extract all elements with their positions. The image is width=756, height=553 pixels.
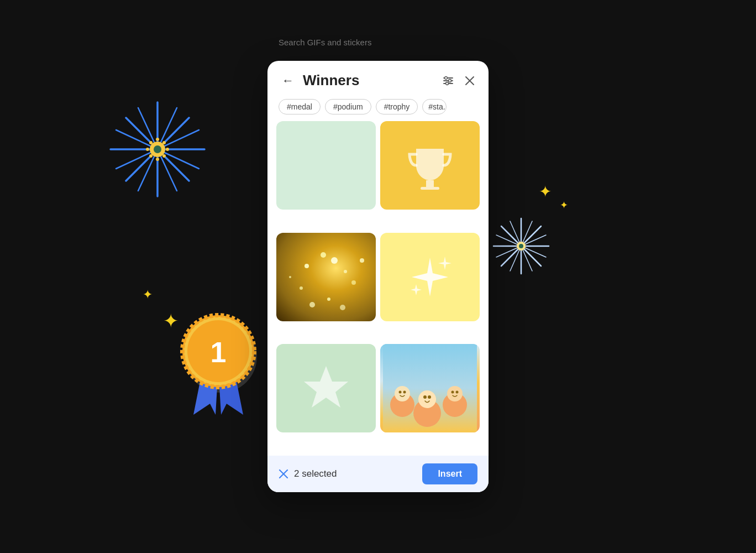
svg-line-4 xyxy=(126,118,158,149)
svg-line-6 xyxy=(158,118,189,149)
svg-line-7 xyxy=(126,149,158,181)
close-button[interactable] xyxy=(462,73,477,88)
svg-point-56 xyxy=(449,79,452,82)
image-grid xyxy=(267,121,489,456)
svg-point-84 xyxy=(428,395,431,399)
svg-marker-45 xyxy=(193,359,218,415)
svg-rect-61 xyxy=(421,187,439,190)
blue-starburst xyxy=(108,100,207,199)
svg-line-12 xyxy=(138,108,158,149)
svg-marker-73 xyxy=(304,366,348,408)
tag-more[interactable]: #sta... xyxy=(422,99,447,114)
search-label: Search GIFs and stickers xyxy=(279,38,371,47)
svg-point-43 xyxy=(519,244,523,248)
x-icon xyxy=(279,469,288,479)
glitter-background xyxy=(276,233,376,321)
grid-item-4[interactable] xyxy=(380,233,480,321)
svg-point-70 xyxy=(360,258,364,263)
tag-podium[interactable]: #podium xyxy=(325,99,371,114)
svg-point-69 xyxy=(327,298,330,301)
svg-point-20 xyxy=(146,148,149,151)
grid-item-5[interactable] xyxy=(276,344,376,432)
svg-point-16 xyxy=(150,142,165,157)
people-svg xyxy=(380,344,480,432)
svg-point-25 xyxy=(149,154,153,158)
svg-line-14 xyxy=(158,108,177,149)
star-svg xyxy=(298,361,354,416)
tag-trophy[interactable]: #trophy xyxy=(376,99,418,114)
back-button[interactable]: ← xyxy=(279,72,297,89)
team-photo-background xyxy=(380,344,480,432)
svg-point-48 xyxy=(184,317,253,385)
bottom-bar: 2 selected Insert xyxy=(267,456,489,492)
grid-item-3[interactable] xyxy=(276,233,376,321)
svg-point-44 xyxy=(185,321,257,393)
tag-medal[interactable]: #medal xyxy=(279,99,321,114)
close-icon xyxy=(464,75,475,86)
filter-icon xyxy=(442,75,454,87)
svg-point-72 xyxy=(340,305,345,310)
svg-line-32 xyxy=(521,226,541,246)
svg-point-86 xyxy=(456,391,459,394)
svg-point-66 xyxy=(331,257,338,264)
svg-point-22 xyxy=(149,141,153,144)
header-title: Winners xyxy=(303,72,434,89)
insert-button[interactable]: Insert xyxy=(422,463,477,484)
selected-count: 2 selected xyxy=(294,468,337,479)
sparkle-icon-4: ✦ xyxy=(560,199,568,211)
svg-point-65 xyxy=(300,286,303,290)
svg-line-30 xyxy=(501,226,521,246)
svg-line-34 xyxy=(496,235,521,246)
svg-marker-46 xyxy=(218,359,243,415)
svg-line-11 xyxy=(116,149,158,169)
svg-point-55 xyxy=(445,76,448,79)
svg-line-8 xyxy=(116,130,158,149)
svg-point-47 xyxy=(182,315,254,387)
svg-point-19 xyxy=(156,158,159,161)
svg-line-40 xyxy=(521,221,532,246)
svg-line-35 xyxy=(521,246,546,257)
svg-point-18 xyxy=(156,138,159,141)
svg-point-64 xyxy=(344,270,347,273)
svg-point-85 xyxy=(452,391,454,394)
svg-point-63 xyxy=(321,252,326,258)
svg-point-80 xyxy=(447,386,463,401)
modal-header: ← Winners xyxy=(267,61,489,95)
svg-point-68 xyxy=(309,302,315,307)
svg-line-10 xyxy=(158,130,199,149)
svg-point-17 xyxy=(154,145,161,153)
svg-line-33 xyxy=(501,246,521,266)
svg-point-82 xyxy=(403,391,406,394)
svg-line-15 xyxy=(138,149,158,191)
sparkle-icon-1: ✦ xyxy=(143,288,153,302)
svg-point-42 xyxy=(517,242,526,251)
svg-point-23 xyxy=(162,154,166,158)
tags-row: #medal #podium #trophy #sta... xyxy=(267,95,489,121)
svg-line-5 xyxy=(158,149,189,181)
svg-point-24 xyxy=(162,141,166,144)
svg-point-83 xyxy=(423,395,427,399)
svg-point-21 xyxy=(166,148,169,151)
svg-line-9 xyxy=(158,149,199,169)
svg-line-41 xyxy=(510,246,521,271)
selected-info: 2 selected xyxy=(279,468,337,479)
light-starburst xyxy=(491,216,552,276)
trophy-svg xyxy=(405,140,455,190)
svg-line-36 xyxy=(521,235,546,246)
svg-line-31 xyxy=(521,246,541,266)
grid-item-1[interactable] xyxy=(276,121,376,210)
svg-line-37 xyxy=(496,246,521,257)
grid-item-2[interactable] xyxy=(380,121,480,210)
svg-text:1: 1 xyxy=(211,336,227,368)
sparkle-icon-3: ✦ xyxy=(539,182,552,201)
filter-button[interactable] xyxy=(440,72,456,89)
svg-point-49 xyxy=(187,320,249,382)
svg-rect-60 xyxy=(426,180,434,187)
svg-point-57 xyxy=(446,82,449,85)
svg-point-76 xyxy=(395,386,410,401)
svg-point-71 xyxy=(289,276,291,278)
svg-line-39 xyxy=(521,246,532,271)
clear-selection-button[interactable] xyxy=(279,469,288,479)
glitter-svg xyxy=(276,233,376,321)
grid-item-6[interactable] xyxy=(380,344,480,432)
